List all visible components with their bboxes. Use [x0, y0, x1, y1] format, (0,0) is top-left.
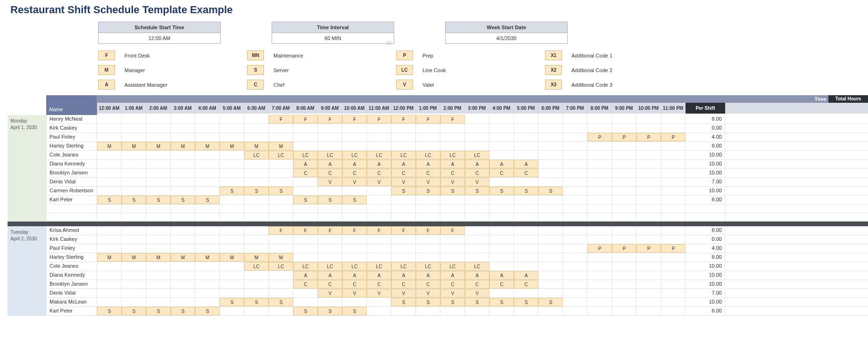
shift-cell[interactable]: [612, 271, 637, 280]
shift-cell[interactable]: S: [171, 307, 195, 315]
shift-cell[interactable]: [122, 115, 146, 123]
shift-cell[interactable]: [612, 142, 637, 150]
shift-cell[interactable]: [637, 289, 661, 297]
shift-cell[interactable]: LC: [367, 262, 391, 271]
shift-cell[interactable]: M: [122, 142, 146, 150]
shift-cell[interactable]: S: [293, 196, 318, 204]
shift-cell[interactable]: [538, 124, 563, 132]
shift-cell[interactable]: [465, 115, 489, 123]
shift-cell[interactable]: S: [220, 298, 244, 306]
shift-cell[interactable]: LC: [416, 262, 440, 271]
shift-cell[interactable]: S: [146, 307, 171, 315]
shift-cell[interactable]: [97, 298, 122, 306]
shift-cell[interactable]: [637, 280, 661, 288]
shift-cell[interactable]: [171, 160, 195, 168]
shift-cell[interactable]: LC: [318, 262, 342, 271]
shift-cell[interactable]: [244, 124, 269, 132]
shift-cell[interactable]: [97, 244, 122, 253]
shift-cell[interactable]: [514, 196, 538, 204]
shift-cell[interactable]: S: [244, 298, 269, 306]
shift-cell[interactable]: [514, 262, 538, 271]
shift-cell[interactable]: C: [514, 280, 538, 288]
shift-cell[interactable]: [563, 160, 587, 168]
shift-cell[interactable]: [269, 178, 293, 186]
shift-cell[interactable]: LC: [391, 262, 416, 271]
shift-cell[interactable]: A: [367, 160, 391, 168]
shift-cell[interactable]: [489, 205, 514, 213]
shift-cell[interactable]: [416, 307, 440, 315]
shift-cell[interactable]: [269, 271, 293, 280]
shift-cell[interactable]: [195, 244, 220, 253]
shift-cell[interactable]: [97, 205, 122, 213]
shift-cell[interactable]: [146, 244, 171, 253]
shift-cell[interactable]: [122, 169, 146, 177]
shift-cell[interactable]: [97, 133, 122, 141]
shift-cell[interactable]: [514, 205, 538, 213]
shift-cell[interactable]: [661, 262, 686, 271]
shift-cell[interactable]: LC: [342, 262, 367, 271]
shift-cell[interactable]: [587, 226, 612, 235]
shift-cell[interactable]: [538, 226, 563, 235]
shift-cell[interactable]: [587, 271, 612, 280]
shift-cell[interactable]: S: [416, 187, 440, 195]
shift-cell[interactable]: C: [342, 169, 367, 177]
shift-cell[interactable]: [661, 213, 686, 221]
shift-cell[interactable]: S: [538, 187, 563, 195]
shift-cell[interactable]: F: [440, 115, 465, 123]
shift-cell[interactable]: [587, 205, 612, 213]
shift-cell[interactable]: [563, 133, 587, 141]
shift-cell[interactable]: [97, 226, 122, 235]
shift-cell[interactable]: [440, 142, 465, 150]
shift-cell[interactable]: [244, 280, 269, 288]
shift-cell[interactable]: S: [220, 187, 244, 195]
shift-cell[interactable]: [220, 133, 244, 141]
shift-cell[interactable]: [391, 307, 416, 315]
shift-cell[interactable]: V: [391, 178, 416, 186]
shift-cell[interactable]: [318, 298, 342, 306]
shift-cell[interactable]: [661, 115, 686, 123]
shift-cell[interactable]: A: [367, 271, 391, 280]
shift-cell[interactable]: [612, 298, 637, 306]
shift-cell[interactable]: [587, 115, 612, 123]
shift-cell[interactable]: [244, 244, 269, 253]
shift-cell[interactable]: [612, 289, 637, 297]
shift-cell[interactable]: [612, 253, 637, 262]
shift-cell[interactable]: A: [416, 160, 440, 168]
shift-cell[interactable]: [293, 244, 318, 253]
shift-cell[interactable]: [244, 226, 269, 235]
shift-cell[interactable]: [367, 307, 391, 315]
shift-cell[interactable]: C: [416, 280, 440, 288]
shift-cell[interactable]: A: [514, 271, 538, 280]
shift-cell[interactable]: S: [489, 187, 514, 195]
shift-cell[interactable]: LC: [293, 151, 318, 159]
shift-cell[interactable]: [342, 253, 367, 262]
shift-cell[interactable]: [171, 271, 195, 280]
shift-cell[interactable]: C: [489, 169, 514, 177]
shift-cell[interactable]: [122, 133, 146, 141]
shift-cell[interactable]: [293, 205, 318, 213]
shift-cell[interactable]: [367, 142, 391, 150]
shift-cell[interactable]: [489, 151, 514, 159]
shift-cell[interactable]: C: [391, 280, 416, 288]
shift-cell[interactable]: [195, 178, 220, 186]
shift-cell[interactable]: [97, 124, 122, 132]
shift-cell[interactable]: S: [195, 307, 220, 315]
shift-cell[interactable]: [440, 253, 465, 262]
shift-cell[interactable]: [293, 142, 318, 150]
shift-cell[interactable]: S: [122, 307, 146, 315]
shift-cell[interactable]: LC: [244, 151, 269, 159]
shift-cell[interactable]: [269, 133, 293, 141]
shift-cell[interactable]: [563, 124, 587, 132]
shift-cell[interactable]: A: [416, 271, 440, 280]
shift-cell[interactable]: [171, 262, 195, 271]
shift-cell[interactable]: F: [416, 226, 440, 235]
shift-cell[interactable]: [195, 187, 220, 195]
config-value[interactable]: 12:00 AM: [98, 33, 221, 44]
shift-cell[interactable]: [171, 151, 195, 159]
shift-cell[interactable]: [563, 205, 587, 213]
shift-cell[interactable]: V: [367, 178, 391, 186]
shift-cell[interactable]: [538, 115, 563, 123]
shift-cell[interactable]: [465, 213, 489, 221]
shift-cell[interactable]: V: [342, 289, 367, 297]
shift-cell[interactable]: [612, 262, 637, 271]
